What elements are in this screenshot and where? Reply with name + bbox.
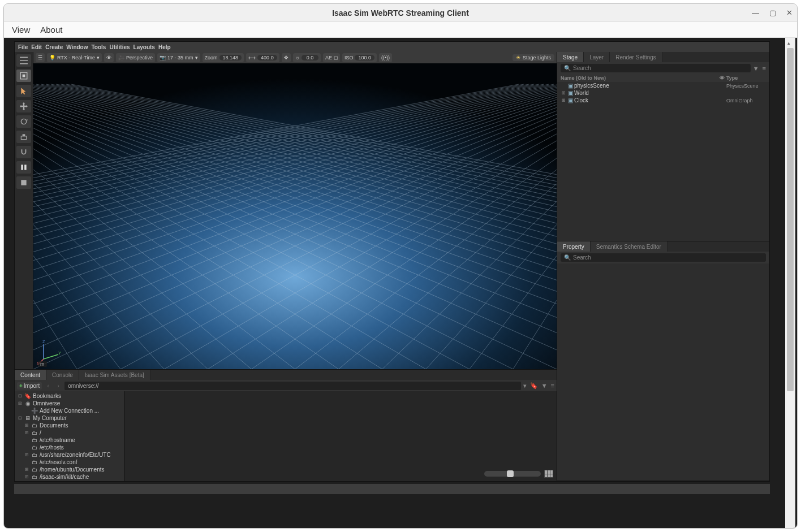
viewport-toolbar: ☰ 💡 RTX - Real-Time ▾ 👁 🎥 Perspective 📷 … — [33, 52, 557, 63]
svg-rect-1 — [23, 75, 25, 77]
menu-utilities[interactable]: Utilities — [109, 44, 130, 50]
frame-selection-icon[interactable] — [16, 70, 31, 82]
svg-point-2 — [21, 119, 26, 124]
tab-semantics[interactable]: Semantics Schema Editor — [591, 241, 668, 252]
tab-render-settings[interactable]: Render Settings — [610, 52, 662, 62]
lens-dropdown[interactable]: 📷 17 - 35 mm ▾ — [157, 53, 200, 62]
visibility-icon[interactable]: 👁 — [104, 53, 114, 62]
tab-property[interactable]: Property — [557, 241, 591, 252]
property-panel: Property Semantics Schema Editor 🔍 Searc… — [557, 241, 769, 481]
svg-rect-5 — [21, 165, 23, 170]
svg-rect-8 — [33, 63, 557, 369]
titlebar: Isaac Sim WebRTC Streaming Client — ▢ ✕ — [4, 4, 797, 22]
stage-search-input[interactable]: 🔍 Search — [561, 64, 751, 72]
renderer-dropdown[interactable]: 💡 RTX - Real-Time ▾ — [47, 53, 102, 62]
visibility-column-icon[interactable]: 👁 — [717, 75, 726, 81]
tree-item[interactable]: ⊞🗀/usr/share/zoneinfo/Etc/UTC — [15, 451, 124, 459]
tab-stage[interactable]: Stage — [557, 52, 584, 62]
tree-item[interactable]: ⊟🔖Bookmarks — [15, 392, 124, 400]
audio-icon[interactable]: ((•)) — [379, 53, 392, 62]
tab-console[interactable]: Console — [46, 370, 79, 380]
menu-layouts[interactable]: Layouts — [134, 44, 155, 50]
tree-item[interactable]: 🗀/etc/hostname — [15, 436, 124, 444]
path-field[interactable]: omniverse:// — [64, 382, 521, 390]
axis-unit-label: m — [38, 361, 47, 367]
stop-button-icon[interactable] — [16, 176, 31, 189]
path-dropdown-icon[interactable]: ▾ — [523, 382, 527, 390]
menu-edit[interactable]: Edit — [31, 44, 42, 50]
menu-create[interactable]: Create — [45, 44, 63, 50]
property-search-input[interactable]: 🔍 Search — [561, 253, 766, 262]
content-tree[interactable]: ⊟🔖Bookmarks⊟◉Omniverse➕Add New Connectio… — [15, 391, 125, 481]
stage-header-name[interactable]: Name (Old to New) — [561, 75, 717, 81]
menu-file[interactable]: File — [18, 44, 28, 50]
viewport[interactable]: Z Y X m — [33, 63, 557, 369]
stage-tree[interactable]: ▣physicsScenePhysicsScene⊞▣World⊞▣ClockO… — [557, 82, 769, 241]
outer-menubar: View About — [4, 22, 797, 38]
stage-header-type[interactable]: Type — [726, 75, 766, 81]
app-menubar: File Edit Create Window Tools Utilities … — [15, 42, 769, 52]
tab-layer[interactable]: Layer — [584, 52, 610, 62]
tree-item[interactable]: ⊞🗀Documents — [15, 422, 124, 429]
scale-tool-icon[interactable] — [16, 131, 31, 143]
menu-window[interactable]: Window — [66, 44, 88, 50]
tab-isaac-assets[interactable]: Isaac Sim Assets [Beta] — [79, 370, 150, 380]
viewport-options-icon[interactable]: ☰ — [36, 53, 45, 62]
tree-item[interactable]: ⊞🗀/ — [15, 429, 124, 436]
grid-view-icon[interactable] — [544, 470, 553, 478]
stage-row[interactable]: ▣physicsScenePhysicsScene — [557, 82, 769, 89]
client-area: File Edit Create Window Tools Utilities … — [4, 38, 797, 528]
content-browser: Content Console Isaac Sim Assets [Beta] … — [15, 369, 557, 481]
import-button[interactable]: +Import — [17, 382, 42, 390]
stage-lights-toggle[interactable]: ☀ Stage Lights — [513, 54, 554, 61]
crosshair-icon[interactable]: ✥ — [282, 53, 291, 62]
tool-strip — [15, 52, 33, 369]
stage-filter-icon[interactable]: ▼ — [753, 65, 759, 72]
tree-item[interactable]: ➕Add New Connection ... — [15, 407, 124, 414]
close-button[interactable]: ✕ — [786, 8, 793, 17]
stage-row[interactable]: ⊞▣ClockOmniGraph — [557, 97, 769, 104]
tree-item[interactable]: ⊟◉Omniverse — [15, 400, 124, 407]
property-body — [557, 263, 769, 481]
tree-item[interactable]: ⊟🖥My Computer — [15, 414, 124, 422]
scrollbar-vertical[interactable] — [785, 38, 795, 528]
window-controls: — ▢ ✕ — [752, 4, 793, 21]
tree-item[interactable]: 🗀/etc/hosts — [15, 444, 124, 451]
tab-content[interactable]: Content — [15, 370, 46, 380]
stage-options-icon[interactable]: ≡ — [763, 65, 766, 72]
camera-dropdown[interactable]: 🎥 Perspective — [116, 53, 155, 62]
tree-item[interactable]: ⊞🗀/home/ubuntu/Documents — [15, 466, 124, 473]
rotate-tool-icon[interactable] — [16, 115, 31, 128]
svg-rect-3 — [21, 136, 26, 140]
iso-control[interactable]: ISO 100.0 — [342, 53, 377, 62]
nav-forward-icon[interactable]: › — [54, 383, 62, 389]
exposure-control[interactable]: ☼ 0.0 — [293, 53, 321, 62]
menu-view[interactable]: View — [12, 25, 30, 34]
ae-toggle[interactable]: AE ◻ — [323, 53, 340, 62]
window-title: Isaac Sim WebRTC Streaming Client — [332, 8, 469, 18]
minimize-button[interactable]: — — [752, 8, 759, 17]
snap-tool-icon[interactable] — [16, 146, 31, 158]
select-tool-icon[interactable] — [16, 85, 31, 97]
thumbnail-size-slider[interactable] — [484, 471, 541, 477]
options-icon[interactable]: ≡ — [551, 382, 554, 390]
focus-distance-control[interactable]: ⟷ 400.0 — [246, 53, 279, 62]
maximize-button[interactable]: ▢ — [769, 8, 776, 17]
tree-item[interactable]: 🗀/etc/resolv.conf — [15, 459, 124, 466]
isaac-sim-app: File Edit Create Window Tools Utilities … — [14, 41, 770, 482]
stage-row[interactable]: ⊞▣World — [557, 89, 769, 97]
hamburger-icon[interactable] — [16, 54, 31, 67]
pause-button-icon[interactable] — [16, 161, 31, 174]
app-window: Isaac Sim WebRTC Streaming Client — ▢ ✕ … — [3, 3, 798, 529]
content-grid[interactable] — [125, 391, 557, 481]
svg-rect-4 — [23, 134, 25, 136]
menu-about[interactable]: About — [40, 25, 62, 34]
menu-tools[interactable]: Tools — [92, 44, 106, 50]
tree-item[interactable]: ⊞🗀/isaac-sim/kit/cache — [15, 473, 124, 481]
filter-icon[interactable]: ▼ — [541, 382, 548, 390]
menu-help[interactable]: Help — [158, 44, 171, 50]
zoom-control[interactable]: Zoom 18.148 — [203, 53, 244, 62]
move-tool-icon[interactable] — [16, 100, 31, 113]
bookmark-icon[interactable]: 🔖 — [530, 382, 538, 390]
nav-back-icon[interactable]: ‹ — [44, 383, 52, 389]
